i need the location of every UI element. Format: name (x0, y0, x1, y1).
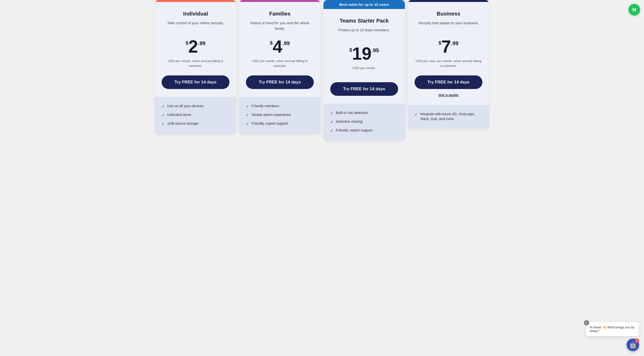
accent-bar (155, 0, 236, 2)
price-cents-business: .99 (451, 40, 458, 47)
chat-bubble: × Hi there! 👋 What brings you by today? (586, 322, 639, 336)
plan-name-teams: Teams Starter Pack (330, 18, 398, 24)
feature-text: Unlimited items (167, 112, 191, 117)
chat-widget: × Hi there! 👋 What brings you by today? … (586, 322, 639, 351)
accent-bar (408, 0, 489, 2)
price-dollar-individual: $ (186, 40, 188, 46)
plan-name-families: Families (246, 11, 314, 17)
price-block-business: $ 7 .99 (414, 38, 482, 55)
price-main-teams: 19 (352, 45, 372, 62)
check-icon: ✓ (162, 121, 165, 126)
plan-name-individual: Individual (162, 11, 230, 17)
feature-text: Selective sharing (336, 119, 362, 124)
card-top-individual: Individual Take control of your online s… (155, 2, 236, 97)
price-note-families: USD per month, when annual billing is se… (246, 59, 314, 69)
best-value-banner: Best value for up to 10 users (324, 0, 405, 9)
try-button-teams[interactable]: Try FREE for 14 days (330, 82, 398, 96)
price-block-teams: $ 19 .95 (330, 45, 398, 62)
plan-description-families: Peace of mind for you and the whole fami… (246, 20, 314, 32)
get-quote-link[interactable]: Get a quote (414, 93, 482, 97)
check-icon: ✓ (162, 104, 165, 109)
feature-list-individual: ✓ Use on all your devices ✓ Unlimited it… (162, 104, 230, 126)
price-note-business: USD per user, per month, when annual bil… (414, 59, 482, 69)
check-icon: ✓ (330, 119, 334, 124)
feature-item: ✓ Simple admin experience (246, 112, 314, 118)
chat-close-button[interactable]: × (584, 320, 589, 325)
check-icon: ✓ (162, 113, 165, 118)
feature-text: 5 family members (252, 104, 279, 108)
plan-description-teams: Protect up to 10 team members. (330, 28, 398, 39)
feature-item: ✓ Friendly, expert support (330, 128, 398, 133)
feature-text: Friendly, expert support (252, 121, 288, 126)
card-top-families: Families Peace of mind for you and the w… (239, 2, 320, 97)
plan-description-individual: Take control of your online security. (162, 20, 230, 32)
price-dollar-families: $ (270, 40, 272, 46)
check-icon: ✓ (246, 113, 249, 118)
plan-card-teams: Best value for up to 10 users Teams Star… (324, 0, 405, 141)
price-cents-families: .99 (282, 40, 290, 47)
card-bottom-individual: ✓ Use on all your devices ✓ Unlimited it… (155, 97, 236, 134)
plan-card-business: Business Security that adapts to your bu… (408, 0, 489, 129)
try-button-families[interactable]: Try FREE for 14 days (246, 75, 314, 89)
price-note-individual: USD per month, when annual billing is se… (162, 59, 230, 69)
feature-text: Use on all your devices (167, 104, 204, 108)
chat-notification-badge: 1 (635, 338, 639, 343)
check-icon: ✓ (330, 128, 334, 133)
feature-item: ✓ Use on all your devices (162, 104, 230, 109)
price-cents-teams: .95 (372, 47, 379, 54)
accent-bar (239, 0, 320, 2)
page-wrapper: Individual Take control of your online s… (0, 0, 644, 151)
plan-card-families: Families Peace of mind for you and the w… (239, 0, 320, 134)
feature-item: ✓ Built-in risk detection (330, 110, 398, 116)
feature-list-business: ✓ Integrate with Azure AD, OneLogin, Sla… (414, 112, 482, 122)
price-dollar-teams: $ (350, 47, 352, 53)
plan-card-individual: Individual Take control of your online s… (155, 0, 236, 134)
feature-text: 1GB secure storage (167, 121, 198, 126)
feature-item: ✓ Unlimited items (162, 112, 230, 118)
plan-description-business: Security that adapts to your business. (414, 20, 482, 32)
try-button-business[interactable]: Try FREE for 14 days (414, 75, 482, 89)
price-main-individual: 2 (188, 38, 198, 55)
feature-list-teams: ✓ Built-in risk detection ✓ Selective sh… (330, 110, 398, 133)
feature-text: Simple admin experience (252, 112, 291, 117)
feature-list-families: ✓ 5 family members ✓ Simple admin experi… (246, 104, 314, 126)
feature-item: ✓ Friendly, expert support (246, 121, 314, 126)
card-top-business: Business Security that adapts to your bu… (408, 2, 489, 105)
check-icon: ✓ (414, 112, 418, 117)
price-cents-individual: .99 (198, 40, 206, 47)
card-bottom-business: ✓ Integrate with Azure AD, OneLogin, Sla… (408, 105, 489, 129)
chat-message: Hi there! 👋 What brings you by today? (590, 325, 634, 333)
try-button-individual[interactable]: Try FREE for 14 days (162, 75, 230, 89)
pricing-cards-container: Individual Take control of your online s… (155, 0, 489, 141)
feature-text: Integrate with Azure AD, OneLogin, Slack… (420, 112, 482, 122)
price-main-business: 7 (441, 38, 451, 55)
card-bottom-teams: ✓ Built-in risk detection ✓ Selective sh… (324, 104, 405, 141)
check-icon: ✓ (330, 111, 334, 116)
check-icon: ✓ (246, 121, 249, 126)
logo-badge: M (628, 4, 640, 16)
price-block-individual: $ 2 .99 (162, 38, 230, 55)
price-dollar-business: $ (438, 40, 441, 46)
feature-item: ✓ 1GB secure storage (162, 121, 230, 126)
feature-item: ✓ Selective sharing (330, 119, 398, 124)
price-main-families: 4 (272, 38, 282, 55)
feature-text: Friendly, expert support (336, 128, 372, 133)
feature-item: ✓ Integrate with Azure AD, OneLogin, Sla… (414, 112, 482, 122)
price-note-teams: USD per month. (330, 66, 398, 75)
card-bottom-families: ✓ 5 family members ✓ Simple admin experi… (239, 97, 320, 134)
logo-text: M (632, 7, 636, 13)
check-icon: ✓ (246, 104, 249, 109)
feature-item: ✓ 5 family members (246, 104, 314, 109)
chat-avatar[interactable]: 🤖 1 (626, 338, 639, 351)
plan-name-business: Business (414, 11, 482, 17)
card-top-teams: Teams Starter Pack Protect up to 10 team… (324, 9, 405, 104)
price-block-families: $ 4 .99 (246, 38, 314, 55)
feature-text: Built-in risk detection (336, 110, 368, 115)
